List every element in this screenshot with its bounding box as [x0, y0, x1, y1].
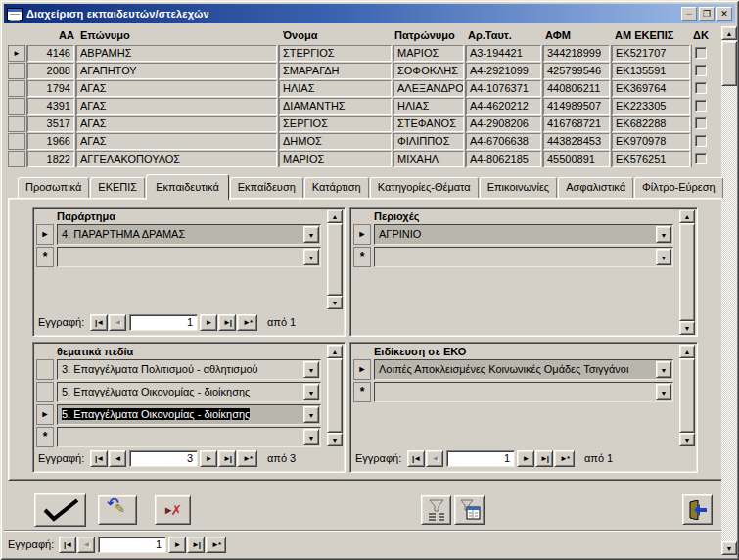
- cell-afm[interactable]: 443828453: [543, 133, 610, 150]
- thematika-new-combobox[interactable]: ▼: [57, 427, 321, 447]
- scroll-down-icon[interactable]: ▼: [327, 296, 343, 309]
- scroll-down-icon[interactable]: ▼: [721, 541, 737, 555]
- dk-checkbox[interactable]: [695, 135, 707, 147]
- thematika-scrollbar[interactable]: ▲ ▼: [327, 345, 343, 446]
- cell-surname[interactable]: ΑΒΡΑΜΗΣ: [76, 45, 277, 62]
- scrollbar-thumb[interactable]: [721, 41, 737, 86]
- cell-aa[interactable]: 1966: [27, 133, 74, 150]
- scroll-up-icon[interactable]: ▲: [679, 210, 695, 223]
- nav-first-button[interactable]: |◄: [407, 450, 425, 467]
- exit-form-button[interactable]: [682, 494, 713, 525]
- record-selector[interactable]: [8, 80, 25, 97]
- apply-filter-button[interactable]: [421, 495, 451, 525]
- nav-prev-button[interactable]: ◄: [426, 450, 443, 467]
- scroll-down-icon[interactable]: ▼: [679, 321, 695, 335]
- cell-idno[interactable]: Α4-2921099: [466, 63, 541, 79]
- undo-edit-button[interactable]: ↶ ✎: [98, 495, 137, 525]
- cell-name[interactable]: ΣΜΑΡΑΓΔΗ: [279, 63, 392, 79]
- dk-checkbox[interactable]: [695, 153, 707, 164]
- cell-name[interactable]: ΣΕΡΓΙΟΣ: [279, 116, 392, 132]
- cell-ekepis[interactable]: ΕΚ682288: [612, 116, 690, 132]
- dropdown-arrow-icon[interactable]: ▼: [656, 249, 671, 265]
- scroll-up-icon[interactable]: ▲: [679, 345, 695, 358]
- filter-by-form-button[interactable]: [454, 495, 485, 525]
- cell-surname[interactable]: ΑΓΑΣ: [76, 98, 277, 115]
- new-record-selector[interactable]: *: [353, 382, 371, 402]
- perioxes-new-combobox[interactable]: ▼: [374, 247, 673, 267]
- thematika-combobox[interactable]: 5. Επαγγέλματα Οικονομίας - διοίκησης ▼: [57, 382, 321, 402]
- dk-checkbox[interactable]: [695, 100, 707, 112]
- cell-ekepis[interactable]: ΕΚ970978: [612, 133, 690, 150]
- cell-name[interactable]: ΣΤΕΡΓΙΟΣ: [279, 45, 392, 62]
- cell-surname[interactable]: ΑΓΑΠΗΤΟΥ: [76, 63, 277, 79]
- new-record-selector[interactable]: *: [36, 427, 54, 447]
- dropdown-arrow-icon[interactable]: ▼: [303, 384, 319, 400]
- cell-idno[interactable]: Α3-194421: [466, 45, 541, 62]
- cell-ekepis[interactable]: ΕΚ223305: [612, 98, 690, 115]
- record-selector[interactable]: [8, 63, 25, 79]
- cell-aa[interactable]: 4391: [27, 98, 74, 115]
- cell-afm[interactable]: 425799546: [543, 63, 610, 79]
- cell-surname[interactable]: ΑΓΑΣ: [76, 116, 277, 132]
- dropdown-arrow-icon[interactable]: ▼: [303, 406, 319, 423]
- cell-ekepis[interactable]: ΕΚ135591: [612, 63, 690, 79]
- cell-afm[interactable]: 416768721: [543, 116, 610, 132]
- tab-katigories-themata[interactable]: Κατηγορίες-Θέματα: [370, 177, 479, 198]
- tab-ekpaideusi[interactable]: Εκπαίδευση: [230, 177, 303, 198]
- nav-prev-button[interactable]: ◄: [77, 537, 95, 553]
- cell-father[interactable]: ΣΟΦΟΚΛΗΣ: [393, 63, 464, 79]
- dropdown-arrow-icon[interactable]: ▼: [303, 249, 319, 265]
- tab-ekpaideutika[interactable]: Εκπαιδευτικά: [146, 174, 229, 200]
- tab-katartisi[interactable]: Κατάρτιση: [304, 177, 369, 198]
- nav-new-record-button[interactable]: ►*: [206, 537, 226, 553]
- record-selector[interactable]: ►: [36, 224, 54, 245]
- cell-name[interactable]: ΔΗΜΟΣ: [279, 133, 392, 150]
- cell-afm[interactable]: 414989507: [543, 98, 610, 115]
- cell-name[interactable]: ΜΑΡΙΟΣ: [279, 151, 392, 167]
- cell-idno[interactable]: Α4-4620212: [466, 98, 541, 115]
- parartima-scrollbar[interactable]: ▲ ▼: [327, 210, 343, 309]
- cell-surname[interactable]: ΑΓΓΕΛΑΚΟΠΟΥΛΟΣ: [76, 151, 277, 167]
- record-number-input[interactable]: 1: [446, 450, 515, 467]
- eko-scrollbar[interactable]: ▲ ▼: [679, 345, 695, 446]
- tab-prosopika[interactable]: Προσωπικά: [18, 177, 89, 198]
- dk-checkbox[interactable]: [695, 82, 707, 94]
- record-selector[interactable]: [8, 116, 25, 132]
- thematika-combobox-selected[interactable]: 5. Επαγγέλματα Οικονομίας - διοίκησης ▼: [57, 404, 321, 425]
- scrollbar-thumb[interactable]: [327, 358, 343, 433]
- record-selector[interactable]: [36, 382, 54, 402]
- dropdown-arrow-icon[interactable]: ▼: [656, 361, 671, 378]
- nav-last-button[interactable]: ►|: [187, 537, 205, 553]
- cell-surname[interactable]: ΑΓΑΣ: [76, 80, 277, 97]
- maximize-button[interactable]: ❐: [699, 7, 715, 21]
- nav-prev-button[interactable]: ◄: [109, 314, 126, 331]
- record-number-input[interactable]: 1: [98, 537, 166, 553]
- dk-checkbox[interactable]: [695, 47, 707, 59]
- cell-father[interactable]: ΜΙΧΑΗΛ: [393, 151, 464, 167]
- dk-checkbox[interactable]: [695, 65, 707, 76]
- nav-new-record-button[interactable]: ►*: [237, 450, 257, 467]
- scrollbar-thumb[interactable]: [679, 223, 695, 321]
- record-selector[interactable]: [8, 151, 25, 167]
- perioxes-scrollbar[interactable]: ▲ ▼: [679, 210, 695, 335]
- nav-next-button[interactable]: ►: [168, 537, 186, 553]
- dropdown-arrow-icon[interactable]: ▼: [303, 429, 319, 445]
- cell-father[interactable]: ΦΙΛΙΠΠΟΣ: [393, 133, 464, 150]
- cell-father[interactable]: ΜΑΡΙΟΣ: [393, 45, 464, 62]
- cell-idno[interactable]: Α4-1076371: [466, 80, 541, 97]
- record-number-input[interactable]: 1: [129, 314, 198, 331]
- tab-asfalistika[interactable]: Ασφαλιστικά: [558, 177, 633, 198]
- cell-father[interactable]: ΗΛΙΑΣ: [393, 98, 464, 115]
- dk-checkbox[interactable]: [695, 117, 707, 129]
- nav-first-button[interactable]: |◄: [59, 537, 76, 553]
- parartima-combobox[interactable]: 4. ΠΑΡΑΡΤΗΜΑ ΔΡΑΜΑΣ ▼: [57, 224, 321, 245]
- record-selector[interactable]: [8, 98, 25, 115]
- delete-record-button[interactable]: ► ✗: [155, 495, 191, 525]
- scroll-up-icon[interactable]: ▲: [327, 210, 343, 223]
- cell-ekepis[interactable]: ΕΚ369764: [612, 80, 690, 97]
- scrollbar-thumb[interactable]: [327, 223, 343, 296]
- nav-first-button[interactable]: |◄: [90, 450, 108, 467]
- nav-next-button[interactable]: ►: [200, 314, 217, 331]
- cell-aa[interactable]: 1794: [27, 80, 74, 97]
- tab-ekepis[interactable]: ΕΚΕΠΙΣ: [90, 177, 145, 198]
